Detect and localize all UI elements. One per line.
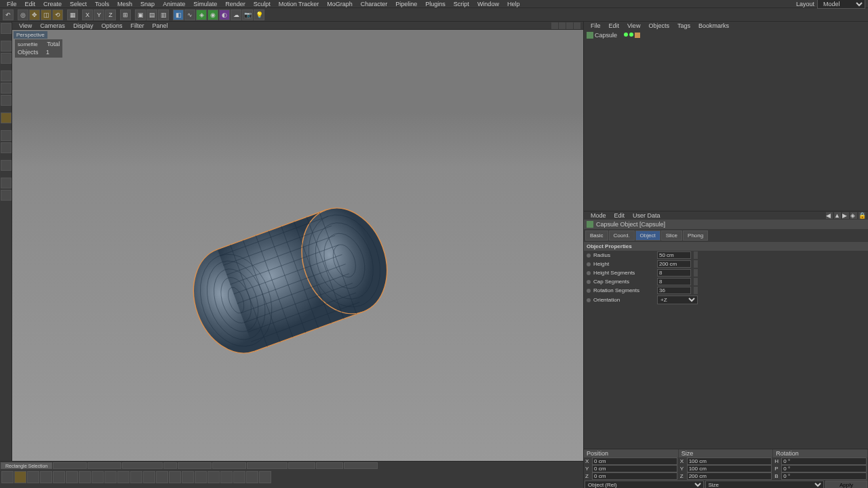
viewport-menu-view[interactable]: View	[15, 22, 36, 29]
lock-z-icon[interactable]: Z	[105, 9, 116, 20]
obj-menu-objects[interactable]: Objects	[644, 22, 673, 29]
render-picture-icon[interactable]: ▤	[146, 9, 157, 20]
bottom-tool-0[interactable]	[1, 471, 14, 483]
bottom-tab-5[interactable]	[178, 462, 212, 469]
size-x-input[interactable]	[687, 458, 772, 465]
menu-snap[interactable]: Snap	[136, 1, 159, 7]
attr-menu-edit[interactable]: Edit	[610, 212, 629, 219]
rot-h-input[interactable]	[781, 458, 867, 465]
viewport-solo2-icon[interactable]	[1, 142, 12, 153]
polygon-mode-icon[interactable]	[1, 95, 12, 106]
menu-animate[interactable]: Animate	[159, 1, 189, 7]
viewport-zoom-icon[interactable]	[559, 22, 566, 29]
menu-select[interactable]: Select	[66, 1, 91, 7]
menu-file[interactable]: File	[3, 1, 21, 7]
menu-edit[interactable]: Edit	[21, 1, 40, 7]
bottom-tool-5[interactable]	[66, 471, 78, 483]
apply-button[interactable]: Apply	[825, 481, 867, 488]
model-mode-icon[interactable]	[1, 23, 12, 34]
spline-icon[interactable]: ∿	[184, 9, 195, 20]
menu-character[interactable]: Character	[357, 1, 392, 7]
coord-mode-select[interactable]: Object (Rel)	[585, 481, 704, 488]
menu-create[interactable]: Create	[39, 1, 66, 7]
light-icon[interactable]: 💡	[254, 9, 264, 20]
obj-menu-view[interactable]: View	[623, 22, 644, 29]
bottom-tab-9[interactable]	[316, 462, 343, 469]
spinner-height[interactable]	[694, 260, 698, 268]
bottom-tool-18[interactable]	[233, 471, 245, 483]
texture-mode-icon[interactable]	[1, 41, 12, 52]
pos-x-input[interactable]	[592, 458, 677, 465]
tab-object[interactable]: Object	[635, 230, 660, 241]
attr-nav-new-icon[interactable]: ◈	[850, 212, 857, 219]
locked-workplane-icon[interactable]	[1, 178, 12, 188]
generator-icon[interactable]: ◈	[196, 9, 207, 20]
input-cap-segments[interactable]	[657, 278, 691, 285]
history-icon[interactable]: ▦	[67, 9, 78, 20]
bottom-tab-8[interactable]	[288, 462, 315, 469]
edge-mode-icon[interactable]	[1, 83, 12, 94]
viewport-maximize-icon[interactable]	[574, 22, 580, 29]
menu-pipeline[interactable]: Pipeline	[391, 1, 421, 7]
enable-axis-icon[interactable]	[1, 113, 12, 123]
bottom-tab-4[interactable]	[163, 462, 177, 469]
spinner-cap-segments[interactable]	[694, 278, 698, 285]
bottom-tool-2[interactable]	[27, 471, 39, 483]
size-y-input[interactable]	[687, 465, 772, 472]
rot-b-input[interactable]	[781, 472, 867, 480]
select-orientation[interactable]: +Z	[657, 296, 698, 304]
bottom-tool-9[interactable]	[117, 471, 130, 483]
bottom-tool-13[interactable]	[169, 471, 181, 483]
viewport-orbit-icon[interactable]	[566, 22, 573, 29]
obj-menu-bookmarks[interactable]: Bookmarks	[694, 22, 733, 29]
bottom-tool-3[interactable]	[40, 471, 52, 483]
bottom-tab-3[interactable]	[122, 462, 163, 469]
spinner-height-segments[interactable]	[694, 269, 698, 277]
spinner-rotation-segments[interactable]	[694, 287, 698, 294]
lock-x-icon[interactable]: X	[82, 9, 93, 20]
tab-basic[interactable]: Basic	[585, 230, 608, 241]
phong-tag-icon[interactable]	[635, 33, 640, 38]
input-height-segments[interactable]	[657, 269, 691, 277]
menu-sculpt[interactable]: Sculpt	[250, 1, 275, 7]
menu-tools[interactable]: Tools	[91, 1, 113, 7]
undo-button[interactable]: ↶	[3, 9, 14, 20]
bottom-tab-2[interactable]	[87, 462, 121, 469]
viewport-menu-filter[interactable]: Filter	[126, 22, 148, 29]
live-select-icon[interactable]: ◎	[18, 9, 28, 20]
bottom-tool-1[interactable]	[14, 471, 26, 483]
render-settings-icon[interactable]: ▥	[158, 9, 169, 20]
size-z-input[interactable]	[687, 472, 772, 480]
bottom-tool-8[interactable]	[104, 471, 117, 483]
bottom-tool-19[interactable]	[246, 471, 258, 483]
input-radius[interactable]	[657, 251, 691, 259]
bottom-tab-7[interactable]	[247, 462, 288, 469]
generator2-icon[interactable]: ◉	[208, 9, 218, 20]
spinner-radius[interactable]	[694, 251, 698, 259]
bottom-tool-6[interactable]	[79, 471, 91, 483]
render-view-icon[interactable]: ▣	[135, 9, 146, 20]
lock-y-icon[interactable]: Y	[94, 9, 104, 20]
environment-icon[interactable]: ☁	[231, 9, 241, 20]
input-height[interactable]	[657, 260, 691, 268]
visibility-render-icon[interactable]	[629, 33, 633, 37]
visibility-editor-icon[interactable]	[624, 33, 628, 37]
viewport-menu-options[interactable]: Options	[97, 22, 126, 29]
pos-z-input[interactable]	[592, 472, 677, 480]
bottom-tool-12[interactable]	[156, 471, 168, 483]
pos-y-input[interactable]	[592, 465, 677, 472]
attr-nav-up-icon[interactable]: ▲	[834, 212, 841, 219]
layout-select[interactable]: Model	[817, 0, 865, 9]
rot-p-input[interactable]	[781, 465, 867, 472]
rotate-tool-icon[interactable]: ⟲	[52, 9, 63, 20]
attr-nav-lock-icon[interactable]: 🔒	[859, 212, 865, 219]
coord-size-select[interactable]: Size	[705, 481, 825, 488]
obj-menu-file[interactable]: File	[587, 22, 605, 29]
bottom-tool-20[interactable]	[259, 471, 271, 483]
viewport-pan-icon[interactable]	[551, 22, 558, 29]
deformer-icon[interactable]: ◐	[219, 9, 230, 20]
attr-nav-fwd-icon[interactable]: ▶	[842, 212, 849, 219]
menu-script[interactable]: Script	[450, 1, 473, 7]
scale-tool-icon[interactable]: ◫	[41, 9, 52, 20]
snap-icon[interactable]	[1, 160, 12, 171]
